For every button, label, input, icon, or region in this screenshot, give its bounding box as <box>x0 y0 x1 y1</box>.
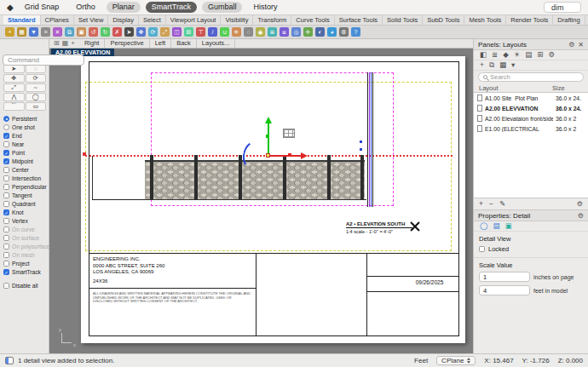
ribbon-tab-visibility[interactable]: Visibility <box>221 15 253 25</box>
polyline-tool-icon[interactable]: ⋀ <box>3 93 25 101</box>
osnap-item-perpendicular[interactable]: Perpendicular <box>3 182 48 191</box>
viewport-add-icon[interactable]: + <box>71 39 75 48</box>
osnap-item-point[interactable]: ✓Point <box>3 148 48 157</box>
checkbox-midpoint[interactable]: ✓ <box>3 158 9 164</box>
menubar-toggle-planar[interactable]: Planar <box>107 2 141 13</box>
viewport-tab-layouts[interactable]: Layouts... <box>197 39 236 48</box>
checkbox-quadrant[interactable] <box>3 201 9 207</box>
layout-footer-gear-icon[interactable]: ⚙ <box>577 200 583 208</box>
group-icon[interactable]: ⧈ <box>280 27 289 37</box>
trim-icon[interactable]: ⊤ <box>196 27 205 37</box>
viewport-tab-right[interactable]: Right <box>79 39 106 48</box>
layouts-panel-icon[interactable]: ⊞ <box>537 50 543 60</box>
gumball-y-scale-handle[interactable] <box>266 135 269 138</box>
ribbon-tab-select[interactable]: Select <box>139 15 166 25</box>
ribbon-tab-render-tools[interactable]: Render Tools <box>506 15 553 25</box>
menubar-toggle-gumball[interactable]: Gumball <box>202 2 243 13</box>
ribbon-tab-transform[interactable]: Transform <box>253 15 291 25</box>
mirror-icon[interactable]: ◫ <box>172 27 182 37</box>
page-scale-input[interactable] <box>479 272 530 282</box>
zoom-icon[interactable]: ◎ <box>291 27 301 37</box>
osnap-item-intersection[interactable]: Intersection <box>3 174 48 182</box>
cut-icon[interactable]: ✕ <box>53 27 62 37</box>
osnap-item-on-mesh[interactable]: On mesh <box>3 250 48 259</box>
viewport-tab-perspective[interactable]: Perspective <box>105 39 149 48</box>
options-icon[interactable]: ⚙ <box>339 27 349 37</box>
checkbox-on-mesh[interactable] <box>3 252 9 258</box>
move-icon[interactable]: ✥ <box>136 27 146 37</box>
layout-menu-icon[interactable]: ▾ <box>511 60 515 70</box>
duplicate-layout-icon[interactable]: ⧉ <box>489 60 494 70</box>
ribbon-tab-subd-tools[interactable]: SubD Tools <box>423 15 464 25</box>
ribbon-tab-display[interactable]: Display <box>108 15 139 25</box>
properties-gear-icon[interactable]: ⚙ <box>578 212 584 220</box>
units-label[interactable]: Feet <box>414 357 428 364</box>
save-icon[interactable]: ▼ <box>29 27 38 37</box>
viewport-grid-icon[interactable]: ⊞ <box>54 39 60 48</box>
cplane-dropdown[interactable]: CPlane <box>436 356 476 365</box>
ribbon-tab-curve-tools[interactable]: Curve Tools <box>291 15 334 25</box>
command-input[interactable] <box>3 54 84 66</box>
search-input[interactable] <box>490 73 575 81</box>
checkbox-smarttrack[interactable]: ✓ <box>3 269 9 275</box>
materials-panel-icon[interactable]: ◆ <box>503 50 509 60</box>
model-scale-input[interactable] <box>479 285 530 295</box>
osnap-item-quadrant[interactable]: Quadrant <box>3 199 48 208</box>
shaded-view-icon[interactable]: ◐ <box>315 27 325 37</box>
rotate-tool-icon[interactable]: ⟳ <box>26 74 47 83</box>
gumball-x-arrowhead-icon[interactable] <box>301 152 308 159</box>
checkbox-project[interactable] <box>3 261 9 267</box>
layouts-close-icon[interactable]: ✕ <box>578 41 584 49</box>
ribbon-tab-viewport-layout[interactable]: Viewport Layout <box>166 15 222 25</box>
layout-row[interactable]: E1.00 (ELECTRICAL36.0 x 2 <box>474 123 588 134</box>
select-tool-icon[interactable]: ➤ <box>3 65 25 73</box>
viewport-layout-icon[interactable]: ▦ <box>62 39 69 48</box>
checkbox-end[interactable]: ✓ <box>3 133 9 139</box>
select-icon[interactable]: ➤ <box>124 27 134 37</box>
osnap-item-smarttrack[interactable]: ✓SmartTrack <box>3 267 48 276</box>
osnap-item-center[interactable]: Center <box>3 165 48 174</box>
ribbon-tab-new-in-v7[interactable]: New in V7 <box>585 15 588 25</box>
settings-panel-icon[interactable]: ⚙ <box>548 50 555 60</box>
object-properties-icon[interactable]: ▣ <box>505 221 512 231</box>
checkbox-on-surface[interactable] <box>3 235 9 241</box>
rectangle-tool-icon[interactable]: ▭ <box>26 102 47 111</box>
copy-icon[interactable]: ⧉ <box>65 27 74 37</box>
locked-checkbox[interactable] <box>479 246 485 252</box>
array-icon[interactable]: ⊞ <box>184 27 193 37</box>
split-icon[interactable]: / <box>208 27 217 37</box>
osnap-item-on-curve[interactable]: On curve <box>3 225 48 233</box>
new-file-icon[interactable]: + <box>5 27 14 37</box>
gumball-center[interactable] <box>266 153 270 158</box>
rotate-icon[interactable]: ⟳ <box>148 27 158 37</box>
layers-panel-icon[interactable]: ≣ <box>492 50 498 60</box>
menubar-toggle-ortho[interactable]: Ortho <box>70 2 101 13</box>
hide-icon[interactable]: ◌ <box>244 27 253 37</box>
ribbon-tab-drafting[interactable]: Drafting <box>553 15 585 25</box>
add-layout-icon[interactable]: + <box>479 199 483 209</box>
menubar-toggle-smarttrack[interactable]: SmartTrack <box>146 2 197 13</box>
scale-tool-icon[interactable]: ⤢ <box>3 83 25 92</box>
pan-icon[interactable]: ✛ <box>303 27 313 37</box>
lights-panel-icon[interactable]: ☀ <box>514 50 521 60</box>
checkbox-disable-all[interactable] <box>3 283 9 289</box>
locked-row[interactable]: Locked <box>474 244 588 255</box>
delete-icon[interactable]: ✗ <box>112 27 122 37</box>
gumball-menu-widget[interactable] <box>283 129 295 138</box>
layers-icon[interactable]: ≣ <box>268 27 277 37</box>
osnap-item-knot[interactable]: ✓Knot <box>3 208 48 216</box>
arc-tool-icon[interactable]: ⌒ <box>3 102 25 111</box>
redo-icon[interactable]: ↻ <box>101 27 110 37</box>
ribbon-tab-solid-tools[interactable]: Solid Tools <box>383 15 423 25</box>
layouts-gear-icon[interactable]: ⚙ <box>568 41 574 49</box>
radio-one-shot[interactable] <box>3 124 9 130</box>
checkbox-near[interactable] <box>3 141 9 147</box>
menubar-toggle-grid-snap[interactable]: Grid Snap <box>19 2 66 13</box>
ribbon-tab-surface-tools[interactable]: Surface Tools <box>335 15 383 25</box>
move-tool-icon[interactable]: ✥ <box>3 74 25 83</box>
menubar-toggle-history[interactable]: History <box>247 2 283 13</box>
explode-icon[interactable]: ✳ <box>232 27 241 37</box>
osnap-item-tangent[interactable]: Tangent <box>3 191 48 199</box>
osnap-item-end[interactable]: ✓End <box>3 131 48 140</box>
menubar-search-field[interactable]: dim <box>544 2 581 13</box>
